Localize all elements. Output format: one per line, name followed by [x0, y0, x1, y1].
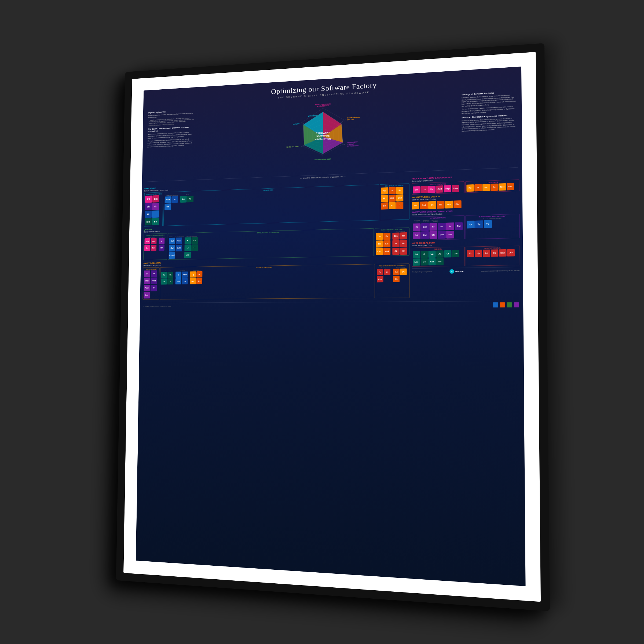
impediments-inner: Code/Brain Interactions Ned Ie Uc: [164, 188, 378, 210]
elem-iso11: Eld: [446, 231, 454, 239]
quantifying-label: QUANTIFYING PROBLEM AS-IS: [145, 234, 166, 236]
risk-mit-col: Risk Mitigation by Test Automation Cvl C…: [169, 236, 184, 259]
elem-fl7: Lde: [413, 258, 420, 266]
whats-planned-label: WHAT'S PLANNED?: [144, 268, 159, 270]
elem-det: Det: [144, 277, 150, 284]
being-staffed-label: Being Staffed at: [190, 270, 204, 271]
code-brain-imp-elems: Ed Ur Cha: [377, 269, 392, 282]
ttd-grid: WHAT'S PLANNED? Ot Nt Det Pmd Peen Tr Ls…: [142, 264, 409, 299]
elem-pc2: Trs: [420, 186, 428, 193]
elem-cg1: Ro: [466, 184, 474, 192]
risk-mit-elems: Cvl Cvt Cvl Cvld Cvmd: [169, 237, 183, 259]
elem-cvld: Cvld: [175, 245, 182, 251]
badge-2: [500, 302, 505, 308]
elem-tr2: Tr: [167, 278, 173, 284]
impediments-box: IMPEDIMENTS Code/Brain Interactions Ned …: [163, 184, 379, 226]
elem-ned: Ned: [165, 196, 171, 203]
code-brain-elems: Ned Ie Uc: [164, 196, 179, 210]
seerene-text: Seerene is the enterprise-class software…: [462, 117, 516, 132]
elem-ot2: Ot: [144, 270, 150, 277]
elem-cg3: Doc: [482, 184, 490, 191]
right-text-col: The Age of Software Factories Software i…: [460, 89, 518, 168]
defect-risk-elems: E Le Lt Li Lad: [184, 237, 199, 258]
elem-empty1: [152, 210, 159, 218]
investments-elems: E After Edh Tw: [175, 272, 189, 284]
elem-fl4: Ac: [436, 250, 444, 258]
svg-text:TIME-TO-DELIVERY: TIME-TO-DELIVERY: [286, 146, 299, 148]
arch-level-elems: Cr Up Ac Cc Dep Lnk: [467, 249, 519, 257]
right-panel-footer: The Digital Engineering Platform S seere…: [412, 267, 520, 275]
efficiency-section: EFFICIENCY Deliver without Time / Money …: [144, 178, 409, 226]
elem-tp3: Tp: [484, 220, 492, 228]
iso-label-inv2: Investment Distribution: [422, 219, 430, 222]
elem-tlt: Tlt: [376, 240, 383, 248]
improving-inner: Risk Mitigation by Test Automation Cvl C…: [169, 232, 373, 259]
elem-lad2: Lad: [376, 248, 383, 255]
elem-ie: Ie: [171, 196, 178, 203]
quality-grid: QUANTIFYING PROBLEM AS-IS Fighting Defec…: [143, 227, 409, 260]
elem-al1: Cr: [467, 250, 474, 257]
elem-iso6: Efd: [455, 222, 463, 230]
risk-not-label: RISK OF NOT DELIVERING AS-PLANNED: [377, 265, 408, 267]
elem-cvt: Cvt: [176, 237, 182, 244]
elem-trs: Trs: [161, 272, 167, 278]
frame-outer: Optimizing our Software Factory THE SEER…: [116, 43, 550, 611]
code-guideline-elems: Ro St Doc Dc Test Sec: [466, 183, 518, 192]
process-compliance-box: PROCESS COMPLIANCE Brr Trs Thr Ault Rap …: [412, 181, 464, 195]
elem-li: Li: [191, 244, 198, 251]
elem-ot3: Ot: [167, 272, 173, 278]
elem-trp: Trp: [190, 271, 196, 277]
right-panel: PROCESS MATURITY & COMPLIANCE Run a matu…: [412, 174, 520, 300]
elem-br: Br: [381, 195, 388, 202]
scene: Optimizing our Software Factory THE SEER…: [27, 27, 617, 617]
elem-cvl: Cvl: [169, 238, 175, 244]
left-panel: EFFICIENCY Deliver without Time / Money …: [142, 178, 409, 302]
quantifying-inner: Fighting Defects Edf Odf Sd Ndf: [144, 236, 166, 251]
elem-cvl2: Cvl: [169, 245, 175, 251]
footer-text-right: The Digital Engineering Platform: [412, 271, 432, 273]
being-staffed-col: Being Staffed at Trp Nt Uht Ns: [190, 270, 204, 284]
file-level-elems: Td C Up Ac Cf Cm Lde Dc Cdf: [413, 250, 463, 266]
elem-lt: Lt: [184, 244, 191, 251]
investment-flow-box: INVESTMENT FLOW Investment Portfolios In…: [412, 215, 464, 240]
elem-nt2: Nt: [196, 271, 202, 277]
elem-pt: Pt: [400, 268, 407, 275]
elem-iso5: Ie: [446, 222, 454, 230]
poster: Optimizing our Software Factory THE SEER…: [136, 67, 525, 586]
elem-nd3: Nd: [393, 269, 400, 275]
elem-t1: Tm: [180, 196, 187, 203]
elem-iso8: Dvr: [421, 231, 429, 239]
team-col: Team Tm Ts: [180, 194, 195, 210]
elem-iso10: Old: [438, 231, 446, 239]
investments-col: Investments E After Edh Tw: [175, 270, 189, 284]
quantifying-box: QUANTIFYING PROBLEM AS-IS Fighting Defec…: [143, 233, 167, 260]
badge-1: [493, 302, 498, 308]
team-elems: Tm Ts: [180, 196, 195, 203]
elem-inc1: Id: [159, 238, 164, 244]
elem-iso7: Edf: [413, 232, 420, 239]
elem-ba: Ba: [152, 218, 159, 225]
elem-al3: Ac: [483, 250, 490, 257]
badge-3: [507, 302, 512, 308]
iso-grid: INVESTMENT FLOW Investment Portfolios In…: [412, 214, 520, 240]
investments-label: Investments: [175, 270, 189, 271]
software-factories-text1: Software is becoming the focal point in …: [462, 94, 516, 107]
elem-e: E: [184, 237, 191, 244]
elem-otd: Otd: [389, 195, 396, 202]
elem-al6: Lnk: [507, 249, 514, 257]
footer-copyright: © Seerene · November 2020 · Design: Mari…: [144, 306, 171, 307]
non-innovation-label: NON-INNOVATION TASKS: [145, 193, 162, 195]
elem-t2: Ts: [187, 196, 193, 202]
risk-not-box: RISK OF NOT DELIVERING AS-PLANNED Code/B…: [376, 264, 409, 298]
team-imp2-label: Team Impediments: [393, 267, 408, 268]
elem-pc4: Ault: [436, 185, 443, 193]
achievements-label: Achievements: [161, 270, 175, 272]
iso-section: INVESTMENT STREAM OPTIMIZATION Assure ma…: [412, 208, 520, 240]
elem-ch: Ch: [381, 202, 388, 210]
elem-em: Em: [392, 232, 400, 240]
svg-text:QUALITY: QUALITY: [293, 123, 300, 125]
elem-iso1: Ei: [413, 223, 420, 231]
elem-cg4: Dc: [490, 184, 498, 191]
svg-text:NO TECHNICAL DEBT: NO TECHNICAL DEBT: [314, 158, 331, 160]
elem-ns: Ns: [196, 278, 202, 284]
